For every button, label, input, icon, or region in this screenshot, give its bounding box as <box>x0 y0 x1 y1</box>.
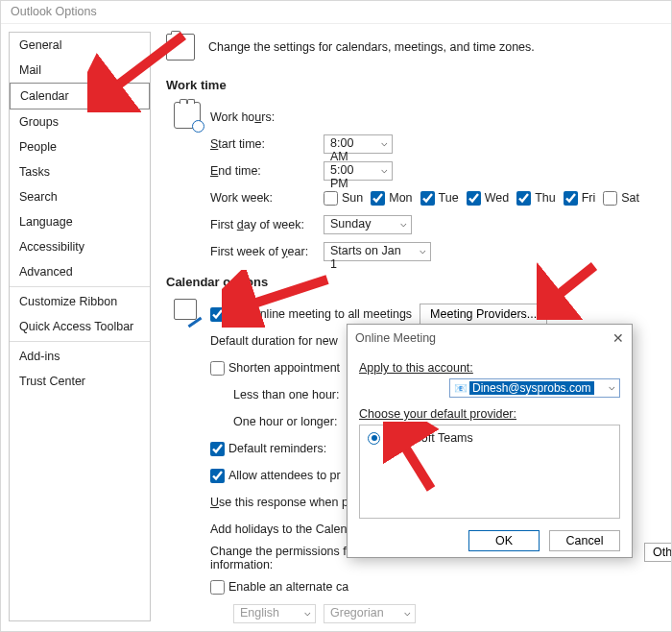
sidebar-item-people[interactable]: People <box>10 134 150 159</box>
provider-list: Microsoft Teams <box>359 425 620 519</box>
dialog-close-icon[interactable]: ✕ <box>612 330 624 346</box>
sidebar-item-customize-ribbon[interactable]: Customize Ribbon <box>10 289 150 314</box>
workhours-icon <box>174 102 201 129</box>
section-calendar-options: Calendar options <box>166 275 665 289</box>
day-mon[interactable]: Mon <box>371 191 412 206</box>
add-online-meeting-checkbox[interactable]: Add online meeting to all meetings <box>210 307 412 322</box>
workweek-label: Work week: <box>210 191 316 205</box>
section-worktime: Work time <box>166 78 665 92</box>
allow-attendees-checkbox[interactable]: Allow attendees to pr <box>210 469 341 483</box>
other-button[interactable]: Oth <box>644 543 672 562</box>
sidebar-item-tasks[interactable]: Tasks <box>10 159 150 184</box>
apply-account-label: Apply to this account: <box>359 361 473 375</box>
window-title: Outlook Options <box>1 1 671 24</box>
day-sun[interactable]: Sun <box>324 191 363 206</box>
firstweek-select[interactable]: Starts on Jan 1 <box>324 242 431 261</box>
shorten-checkbox[interactable]: Shorten appointment <box>210 361 340 376</box>
sidebar-item-add-ins[interactable]: Add-ins <box>10 344 150 369</box>
day-tue[interactable]: Tue <box>420 191 459 206</box>
change-permissions-label: Change the permissions for information: <box>210 545 357 571</box>
sidebar-item-general[interactable]: General <box>10 33 150 58</box>
intro-text: Change the settings for calendars, meeti… <box>208 40 535 54</box>
day-sat[interactable]: Sat <box>603 191 639 206</box>
use-response-label: Use this response when pr <box>210 496 352 509</box>
onehour-label: One hour or longer: <box>233 415 337 428</box>
dialog-ok-button[interactable]: OK <box>468 530 540 551</box>
alternate-calendar-checkbox[interactable]: Enable an alternate ca <box>210 580 348 595</box>
firstday-select[interactable]: Sunday <box>324 215 412 234</box>
dialog-cancel-button[interactable]: Cancel <box>549 530 620 551</box>
add-holidays-label: Add holidays to the Calen <box>210 523 347 536</box>
sidebar-item-search[interactable]: Search <box>10 184 150 209</box>
end-time-label: End time: <box>210 164 316 178</box>
calendar-icon <box>166 34 195 61</box>
day-fri[interactable]: Fri <box>564 191 596 206</box>
sidebar-item-trust-center[interactable]: Trust Center <box>10 369 150 394</box>
sidebar-item-calendar[interactable]: Calendar <box>10 83 150 109</box>
day-wed[interactable]: Wed <box>467 191 509 206</box>
day-thu[interactable]: Thu <box>516 191 556 206</box>
meeting-providers-button[interactable]: Meeting Providers... <box>420 304 547 325</box>
dialog-title: Online Meeting <box>355 331 436 345</box>
account-select[interactable]: 📧 Dinesh@sysprobs.com <box>449 378 620 398</box>
account-value: Dinesh@sysprobs.com <box>469 381 594 395</box>
firstweek-label: First week of year: <box>210 245 316 258</box>
firstday-label: First day of week: <box>210 218 316 231</box>
sidebar-item-mail[interactable]: Mail <box>10 58 150 83</box>
online-meeting-dialog: Online Meeting ✕ Apply to this account: … <box>347 324 633 558</box>
provider-teams-radio[interactable]: Microsoft Teams <box>368 431 612 445</box>
intro: Change the settings for calendars, meeti… <box>166 34 665 61</box>
sidebar-item-quick-access-toolbar[interactable]: Quick Access Toolbar <box>10 314 150 339</box>
end-time-select[interactable]: 5:00 PM <box>324 161 393 181</box>
alt-lang-select: English <box>233 604 316 623</box>
workhours-label: Work hours: <box>210 110 275 124</box>
sidebar-item-accessibility[interactable]: Accessibility <box>10 234 150 259</box>
sidebar-item-advanced[interactable]: Advanced <box>10 259 150 284</box>
default-reminders-checkbox[interactable]: Default reminders: <box>210 442 326 456</box>
sidebar-item-language[interactable]: Language <box>10 209 150 234</box>
start-time-select[interactable]: 8:00 AM <box>324 134 393 154</box>
default-duration-label: Default duration for new <box>210 334 338 348</box>
start-time-label: Start time: <box>210 137 316 151</box>
sidebar-item-groups[interactable]: Groups <box>10 109 150 134</box>
alt-caltype-select: Gregorian <box>324 604 416 623</box>
choose-provider-label: Choose your default provider: <box>359 407 620 421</box>
lessthan-label: Less than one hour: <box>233 388 340 401</box>
sidebar: General Mail Calendar Groups People Task… <box>9 32 151 621</box>
calendar-edit-icon <box>174 299 201 326</box>
